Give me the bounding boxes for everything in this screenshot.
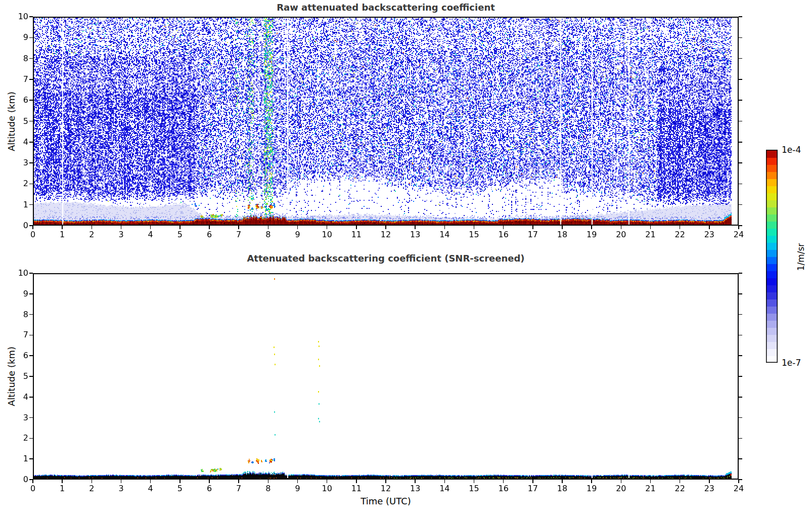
x-tick-mark <box>238 480 239 483</box>
x-tick-label: 2 <box>82 484 101 494</box>
y-tick-mark <box>29 355 33 356</box>
colorbar-max-label: 1e-4 <box>782 145 812 155</box>
x-tick-mark <box>562 480 563 483</box>
y-tick-mark <box>29 58 33 59</box>
x-tick-label: 13 <box>406 484 424 494</box>
y-tick-label: 1 <box>9 200 28 210</box>
y-tick-label: 5 <box>9 371 28 381</box>
x-tick-mark <box>680 480 681 483</box>
x-tick-label: 3 <box>112 484 130 494</box>
y-tick-mark <box>29 335 33 336</box>
y-tick-mark-right <box>739 225 742 226</box>
x-tick-mark <box>532 226 533 229</box>
y-tick-label: 6 <box>9 95 28 105</box>
x-tick-label: 5 <box>171 230 189 240</box>
x-tick-label: 24 <box>730 484 748 494</box>
y-tick-mark <box>29 273 33 274</box>
x-tick-mark <box>385 480 386 483</box>
x-tick-mark <box>415 226 416 229</box>
y-tick-label: 9 <box>9 32 28 42</box>
y-tick-mark-right <box>739 293 742 294</box>
x-tick-label: 0 <box>24 230 42 240</box>
x-tick-mark <box>474 480 475 483</box>
x-tick-mark <box>356 480 357 483</box>
y-tick-mark <box>29 162 33 163</box>
x-tick-label: 1 <box>53 230 71 240</box>
x-tick-label: 6 <box>200 484 218 494</box>
x-tick-label: 4 <box>142 230 160 240</box>
y-tick-label: 2 <box>9 179 28 189</box>
x-tick-label: 18 <box>553 484 571 494</box>
y-tick-mark-right <box>739 100 742 101</box>
x-tick-label: 7 <box>230 230 248 240</box>
x-tick-mark <box>121 480 122 483</box>
x-tick-label: 10 <box>318 230 336 240</box>
y-tick-label: 4 <box>9 137 28 147</box>
screened-backscatter-heatmap <box>33 273 739 480</box>
y-tick-mark <box>29 37 33 38</box>
x-tick-label: 17 <box>524 230 542 240</box>
x-tick-mark <box>32 480 33 483</box>
x-tick-label: 15 <box>465 230 483 240</box>
y-tick-mark <box>29 438 33 439</box>
y-tick-mark <box>29 314 33 315</box>
x-tick-mark <box>62 480 63 483</box>
y-tick-mark-right <box>739 417 742 418</box>
y-tick-mark <box>29 458 33 459</box>
y-tick-label: 3 <box>9 158 28 168</box>
y-tick-mark <box>29 79 33 80</box>
x-tick-label: 4 <box>142 484 160 494</box>
y-tick-mark-right <box>739 355 742 356</box>
x-tick-label: 9 <box>289 484 307 494</box>
x-tick-mark <box>268 480 269 483</box>
x-tick-mark <box>532 480 533 483</box>
x-tick-label: 6 <box>200 230 218 240</box>
x-tick-label: 3 <box>112 230 130 240</box>
x-tick-mark <box>503 226 504 229</box>
y-tick-mark-right <box>739 184 742 185</box>
y-tick-mark-right <box>739 479 742 480</box>
x-tick-label: 16 <box>494 230 513 240</box>
x-tick-label: 20 <box>612 230 630 240</box>
x-tick-mark <box>297 226 298 229</box>
x-tick-mark <box>92 226 93 229</box>
x-tick-label: 14 <box>435 484 454 494</box>
y-tick-mark <box>29 100 33 101</box>
x-tick-mark <box>415 480 416 483</box>
x-tick-label: 21 <box>642 484 660 494</box>
x-tick-mark <box>680 226 681 229</box>
x-tick-mark <box>179 226 181 229</box>
x-tick-label: 23 <box>700 230 718 240</box>
y-tick-mark <box>29 293 33 294</box>
panel-title-raw: Raw attenuated backscattering coefficien… <box>33 2 739 13</box>
y-tick-mark <box>29 417 33 418</box>
x-tick-mark <box>150 226 151 229</box>
y-tick-mark-right <box>739 397 742 398</box>
x-tick-mark <box>591 480 592 483</box>
y-tick-mark-right <box>739 458 742 459</box>
y-tick-mark <box>29 121 33 122</box>
x-tick-mark <box>562 226 563 229</box>
colorbar-unit-label: 1/m/sr <box>795 222 806 292</box>
y-tick-label: 8 <box>9 310 28 320</box>
x-tick-mark <box>297 480 298 483</box>
x-tick-label: 13 <box>406 230 424 240</box>
colorbar-min-label: 1e-7 <box>782 358 812 368</box>
y-tick-mark-right <box>739 142 742 143</box>
y-tick-label: 1 <box>9 454 28 464</box>
x-tick-label: 21 <box>642 230 660 240</box>
y-tick-mark-right <box>739 79 742 80</box>
y-tick-mark-right <box>739 37 742 38</box>
y-tick-label: 4 <box>9 392 28 402</box>
x-tick-mark <box>591 226 592 229</box>
x-tick-label: 22 <box>671 484 689 494</box>
y-tick-mark-right <box>739 376 742 377</box>
y-tick-mark <box>29 225 33 226</box>
x-tick-label: 19 <box>582 230 601 240</box>
x-tick-mark <box>327 480 328 483</box>
y-tick-mark-right <box>739 204 742 205</box>
x-tick-label: 16 <box>494 484 513 494</box>
y-tick-mark-right <box>739 121 742 122</box>
x-tick-mark <box>650 480 651 483</box>
x-tick-mark <box>238 226 239 229</box>
